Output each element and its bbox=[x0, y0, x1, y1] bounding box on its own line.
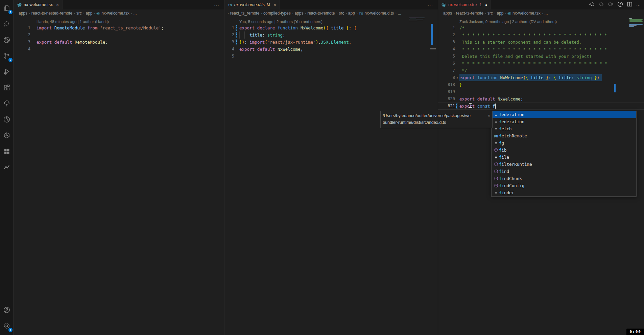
gitlens-codelens[interactable]: Hanric, 48 minutes ago | 1 author (Hanri… bbox=[14, 17, 224, 24]
suggestion-item[interactable]: federation bbox=[492, 111, 636, 118]
tab-label: nx-welcome.tsx bbox=[448, 2, 477, 7]
file-history-icon[interactable] bbox=[617, 1, 623, 8]
breadcrumb-item[interactable]: src bbox=[487, 11, 493, 16]
suggestion-item[interactable]: findConfig bbox=[492, 182, 636, 189]
breadcrumb-item[interactable]: compiled-types bbox=[263, 11, 291, 16]
breadcrumb-item[interactable]: app bbox=[497, 11, 503, 16]
suggestion-item[interactable]: fetchRemote bbox=[492, 132, 636, 139]
code-line[interactable]: 3 This is a starter component and can be… bbox=[438, 39, 644, 46]
commit-graph-icon[interactable] bbox=[0, 111, 14, 127]
fold-icon[interactable] bbox=[455, 24, 459, 31]
code-line[interactable]: 5 Delete this file and get started with … bbox=[438, 53, 644, 60]
more-actions-icon[interactable]: ··· bbox=[636, 2, 641, 7]
code-line[interactable]: 6 * * * * * * * * * * * * * * * * * * * … bbox=[438, 60, 644, 67]
code-line[interactable]: 2 title: string; bbox=[224, 31, 438, 39]
dirty-dot-icon[interactable]: ● bbox=[485, 3, 487, 7]
split-editor-icon[interactable] bbox=[627, 1, 633, 8]
code-area[interactable]: 1export declare function NxWelcome({ tit… bbox=[224, 24, 438, 60]
breadcrumb-item[interactable]: react-ts-remote bbox=[456, 11, 483, 16]
tab-close-icon[interactable]: × bbox=[273, 2, 276, 7]
nx-console-icon[interactable] bbox=[0, 127, 14, 143]
breadcrumb-item[interactable]: react-ts-nested-remote bbox=[31, 11, 72, 16]
minimap[interactable] bbox=[629, 18, 643, 28]
accounts-icon[interactable] bbox=[0, 302, 14, 318]
breadcrumb-file[interactable]: TS nx-welcome.d.ts bbox=[359, 11, 394, 16]
tab-nx-welcome-tsx-left[interactable]: nx-welcome.tsx × bbox=[14, 0, 63, 9]
tab-nx-welcome-dts[interactable]: TS nx-welcome.d.ts M × bbox=[224, 0, 280, 9]
explorer-icon[interactable]: 1 bbox=[0, 0, 14, 16]
next-change-icon[interactable] bbox=[608, 1, 614, 8]
code-line[interactable]: 2 * * * * * * * * * * * * * * * * * * * … bbox=[438, 31, 644, 39]
suggestion-item[interactable]: file bbox=[492, 154, 636, 161]
suggestion-item[interactable]: findChunk bbox=[492, 175, 636, 182]
grid-icon[interactable] bbox=[0, 143, 14, 159]
suggestion-item[interactable]: federation bbox=[492, 118, 636, 125]
previous-change-icon[interactable] bbox=[589, 1, 595, 8]
suggestion-item[interactable]: fetch bbox=[492, 125, 636, 132]
breadcrumb-item[interactable]: react_ts_remote bbox=[230, 11, 260, 16]
testing-tree-icon[interactable] bbox=[0, 95, 14, 111]
chevron-right-icon: › bbox=[356, 11, 358, 15]
react-icon bbox=[17, 2, 22, 7]
code-line[interactable]: 3export default RemoteModule; bbox=[14, 39, 224, 46]
fold-icon[interactable] bbox=[455, 74, 459, 81]
code-line[interactable]: 1/* bbox=[438, 24, 644, 31]
breadcrumb-item[interactable]: app bbox=[86, 11, 92, 16]
code-line[interactable]: 7 */ bbox=[438, 67, 644, 74]
code-line-current[interactable]: 821export const f bbox=[438, 103, 644, 110]
suggestion-item[interactable]: fg bbox=[492, 139, 636, 147]
code-line-folded[interactable]: 8export function NxWelcome({ title }: { … bbox=[438, 74, 644, 81]
breadcrumb-tail[interactable]: ... bbox=[544, 11, 548, 16]
code-area[interactable]: 1/* 2 * * * * * * * * * * * * * * * * * … bbox=[438, 24, 644, 110]
breadcrumb-item[interactable]: app bbox=[348, 11, 355, 16]
tab-nx-welcome-tsx-right[interactable]: nx-welcome.tsx 1 ● bbox=[438, 0, 491, 9]
code-line[interactable]: 5 bbox=[224, 53, 438, 60]
breadcrumb-tail[interactable]: ... bbox=[398, 11, 401, 16]
suggestion-item[interactable]: filterRuntime bbox=[492, 161, 636, 168]
code-line[interactable]: 4 bbox=[14, 46, 224, 53]
code-area[interactable]: 1import RemoteModule from 'react_ts_remo… bbox=[14, 24, 224, 53]
more-actions-icon[interactable]: ··· bbox=[428, 2, 433, 7]
breadcrumb-file[interactable]: nx-welcome.tsx bbox=[507, 11, 541, 16]
code-line[interactable]: 818} bbox=[438, 81, 644, 88]
line-number: 5 bbox=[224, 53, 234, 60]
code-line[interactable]: 4 * * * * * * * * * * * * * * * * * * * … bbox=[438, 46, 644, 53]
code-line[interactable]: 1import RemoteModule from 'react_ts_remo… bbox=[14, 24, 224, 31]
minimap[interactable] bbox=[409, 18, 429, 24]
breadcrumb-item[interactable]: src bbox=[339, 11, 344, 16]
suggestion-item[interactable]: fib bbox=[492, 147, 636, 154]
tab-close-icon[interactable]: × bbox=[56, 2, 59, 7]
suggestion-item[interactable]: find bbox=[492, 168, 636, 175]
zigzag-icon[interactable] bbox=[0, 159, 14, 175]
code-line[interactable]: 819 bbox=[438, 88, 644, 95]
indent-guide bbox=[244, 31, 245, 39]
editor-actions-middle: ··· bbox=[428, 0, 433, 9]
run-debug-icon[interactable] bbox=[0, 64, 14, 80]
gitlens-icon[interactable] bbox=[0, 32, 14, 48]
breadcrumb-item[interactable]: apps bbox=[19, 11, 27, 16]
breadcrumb-tail[interactable]: ... bbox=[134, 11, 137, 16]
close-icon[interactable]: × bbox=[488, 113, 490, 118]
code-line[interactable]: 4export default NxWelcome; bbox=[224, 46, 438, 53]
suggestion-item[interactable]: finder bbox=[492, 189, 636, 196]
text-caret bbox=[495, 104, 496, 109]
open-changes-icon[interactable] bbox=[598, 1, 604, 8]
code-line[interactable]: 2 bbox=[14, 31, 224, 39]
gitlens-codelens[interactable]: Zack Jackson, 9 months ago | 2 authors (… bbox=[438, 17, 644, 24]
settings-gear-icon[interactable]: 1 bbox=[0, 318, 14, 334]
extensions-icon[interactable] bbox=[0, 80, 14, 95]
more-actions-icon[interactable]: ··· bbox=[214, 2, 219, 7]
modified-gutter-marker bbox=[236, 32, 237, 38]
gitlens-codelens[interactable]: You, 5 seconds ago | 2 authors (You and … bbox=[224, 17, 438, 24]
code-line[interactable]: 3}): import("react/jsx-runtime").JSX.Ele… bbox=[224, 39, 438, 46]
breadcrumb-item[interactable]: src bbox=[76, 11, 82, 16]
suggestion-label: filterRuntime bbox=[499, 162, 532, 167]
code-line[interactable]: 1export declare function NxWelcome({ tit… bbox=[224, 24, 438, 31]
source-control-icon[interactable]: 7 bbox=[0, 48, 14, 64]
breadcrumb-item[interactable]: apps bbox=[443, 11, 452, 16]
code-line[interactable]: 820export default NxWelcome; bbox=[438, 95, 644, 103]
breadcrumb-item[interactable]: apps bbox=[294, 11, 303, 16]
breadcrumb-item[interactable]: react-ts-remote bbox=[307, 11, 335, 16]
search-icon[interactable] bbox=[0, 16, 14, 32]
breadcrumb-file[interactable]: nx-welcome.tsx bbox=[96, 11, 129, 16]
